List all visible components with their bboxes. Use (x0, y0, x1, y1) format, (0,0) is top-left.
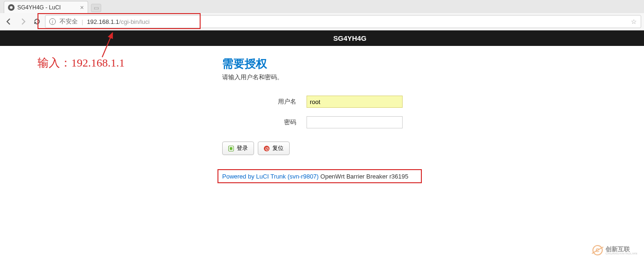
reset-icon (264, 146, 270, 151)
form-row-username: 用户名 (222, 96, 644, 108)
url-bar[interactable]: i 不安全 | 192.168.1.1/cgi-bin/luci ☆ (45, 15, 641, 28)
login-label: 登录 (237, 144, 248, 152)
arrow-left-icon (5, 18, 13, 25)
page-header: SG4YH4G (0, 30, 644, 46)
watermark-text: 创新互联 CHUANGXIN-HULIAN (606, 246, 637, 255)
page-title: 需要授权 (222, 56, 644, 71)
password-input[interactable] (307, 116, 403, 128)
reload-icon (33, 18, 41, 25)
page-body: 需要授权 请输入用户名和密码。 用户名 密码 登录 复位 Powered by … (0, 46, 644, 180)
bookmark-star-icon[interactable]: ☆ (631, 18, 637, 25)
url-divider: | (82, 18, 83, 25)
username-label: 用户名 (222, 97, 307, 106)
button-row: 登录 复位 (222, 142, 644, 155)
username-input[interactable] (307, 96, 403, 108)
nav-reload-button[interactable] (31, 15, 43, 28)
password-label: 密码 (222, 118, 307, 127)
reset-button[interactable]: 复位 (258, 142, 290, 155)
browser-chrome: SG4YH4G - LuCI × ▭ i 不安全 | 192.168.1.1/c… (0, 0, 644, 30)
form-row-password: 密码 (222, 116, 644, 128)
nav-forward-button[interactable] (17, 15, 29, 28)
tab-close-icon[interactable]: × (80, 4, 84, 11)
browser-tab-bar: SG4YH4G - LuCI × ▭ (0, 0, 644, 13)
arrow-right-icon (19, 18, 27, 25)
footer-text: OpenWrt Barrier Breaker r36195 (319, 173, 408, 180)
nav-back-button[interactable] (3, 15, 15, 28)
tab-title: SG4YH4G - LuCI (17, 4, 61, 11)
page-header-title: SG4YH4G (111, 34, 533, 42)
url-input[interactable]: 192.168.1.1/cgi-bin/luci (87, 18, 627, 25)
watermark-logo-icon: C (592, 245, 603, 255)
login-icon (228, 146, 234, 151)
footer: Powered by LuCI Trunk (svn-r9807) OpenWr… (222, 173, 644, 180)
browser-tab[interactable]: SG4YH4G - LuCI × (4, 1, 88, 13)
browser-nav-bar: i 不安全 | 192.168.1.1/cgi-bin/luci ☆ (0, 13, 644, 30)
login-button[interactable]: 登录 (222, 142, 254, 155)
footer-link[interactable]: Powered by LuCI Trunk (svn-r9807) (222, 173, 319, 180)
new-tab-button[interactable]: ▭ (91, 4, 101, 12)
reset-label: 复位 (272, 144, 284, 152)
tab-favicon-icon (8, 4, 15, 11)
watermark: C 创新互联 CHUANGXIN-HULIAN (592, 245, 637, 255)
url-security-label: 不安全 (60, 17, 78, 26)
page-subtitle: 请输入用户名和密码。 (222, 73, 644, 82)
info-icon[interactable]: i (49, 18, 56, 25)
